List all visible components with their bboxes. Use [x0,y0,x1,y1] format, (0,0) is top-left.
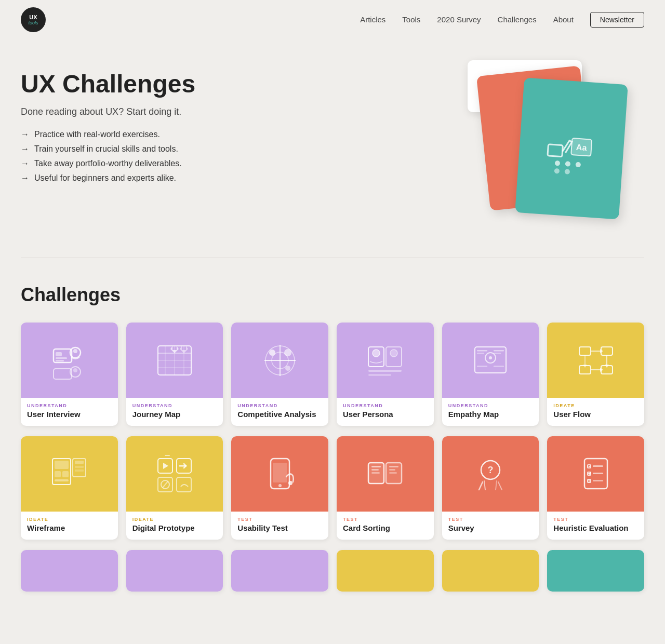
svg-text:?: ? [487,465,493,475]
card-icon-cardsort [337,436,434,512]
card-icon-survey: ? [442,436,539,512]
card-icon-flow [547,323,644,398]
challenge-card-partial[interactable] [547,550,644,592]
card-illustration [126,323,223,398]
svg-rect-72 [75,469,84,472]
bullet-4: → Useful for beginners and experts alike… [21,173,195,183]
bullet-text-2: Train yourself in crucial skills and too… [34,144,178,154]
challenge-grid-row3 [21,550,644,592]
svg-rect-70 [75,461,84,464]
challenge-card-partial[interactable] [21,550,118,592]
svg-point-17 [73,349,77,353]
card-icon-wireframe [21,436,118,512]
card-category: TEST [343,517,428,522]
svg-rect-90 [389,472,397,474]
svg-rect-84 [371,466,381,467]
nav-survey[interactable]: 2020 Survey [437,15,481,24]
card-illustration [337,323,434,398]
card-title: Digital Prototype [132,524,217,532]
bullet-2: → Train yourself in crucial skills and t… [21,144,195,154]
card-title: Competitive Analysis [237,410,322,419]
svg-marker-74 [163,463,168,469]
svg-rect-65 [55,461,69,469]
challenge-card-user-interview[interactable]: UNDERSTAND User Interview [21,323,118,426]
card-title: Empathy Map [448,410,533,419]
challenge-card-user-flow[interactable]: IDEATE User Flow [547,323,644,426]
challenge-card-empathy-map[interactable]: UNDERSTAND Empathy Map [442,323,539,426]
card-category: UNDERSTAND [343,403,428,408]
card-title: Survey [448,524,533,532]
card-title: User Flow [553,410,638,419]
challenge-card-heuristic-evaluation[interactable]: TEST Heuristic Evaluation [547,436,644,540]
challenge-card-usability-test[interactable]: TEST Usability Test [231,436,328,540]
nav-challenges[interactable]: Challenges [498,15,537,24]
svg-point-8 [565,161,571,167]
svg-point-38 [373,350,380,357]
card-category: UNDERSTAND [132,403,217,408]
card-title: Card Sorting [343,524,428,532]
card-illustration [337,436,434,512]
svg-rect-95 [593,465,603,467]
challenge-card-competitive-analysis[interactable]: UNDERSTAND Competitive Analysis [231,323,328,426]
card-icon-empathy [442,323,539,398]
challenge-card-card-sorting[interactable]: TEST Card Sorting [337,436,434,540]
svg-rect-85 [371,469,379,471]
card-illustration [231,323,328,398]
card-partial-top [442,550,539,592]
challenge-card-partial[interactable] [126,550,223,592]
svg-point-35 [285,366,290,371]
svg-point-81 [278,484,282,487]
challenge-card-journey-map[interactable]: UNDERSTAND Journey Map [126,323,223,426]
card-info: IDEATE User Flow [547,398,644,426]
card-info: IDEATE Digital Prototype [126,512,223,540]
challenge-card-partial[interactable] [337,550,434,592]
nav-about[interactable]: About [553,15,574,24]
svg-rect-46 [477,350,487,352]
card-icon-journey [126,323,223,398]
svg-rect-15 [56,360,64,361]
challenge-card-partial[interactable] [442,550,539,592]
challenge-card-survey[interactable]: ? TEST Survey [442,436,539,540]
card-info: TEST Survey [442,512,539,540]
challenge-card-wireframe[interactable]: IDEATE Wireframe [21,436,118,540]
card-title: Journey Map [132,410,217,419]
hero-section: UX Challenges Done reading about UX? Sta… [0,39,665,258]
arrow-icon-2: → [21,144,29,154]
nav-links: Articles Tools 2020 Survey Challenges Ab… [360,12,644,28]
challenge-card-partial[interactable] [231,550,328,592]
svg-rect-51 [494,366,504,367]
hero-bullets: → Practice with real-world exercises. → … [21,130,195,183]
card-title: User Interview [27,410,112,419]
card-illustration [21,436,118,512]
svg-rect-14 [56,357,67,359]
card-category: TEST [553,517,638,522]
bullet-1: → Practice with real-world exercises. [21,130,195,139]
card-category: IDEATE [553,403,638,408]
card-partial-top [21,550,118,592]
nav-tools[interactable]: Tools [402,15,420,24]
challenge-grid-row1: UNDERSTAND User Interview UNDERSTAND Jou… [21,323,644,426]
card-info: TEST Usability Test [231,512,328,540]
hero-subtitle: Done reading about UX? Start doing it. [21,106,195,117]
svg-rect-50 [477,366,487,367]
card-info: IDEATE Wireframe [21,512,118,540]
card-illustration [547,323,644,398]
newsletter-button[interactable]: Newsletter [590,12,644,28]
logo[interactable]: UX tools [21,7,46,32]
card-title: Heuristic Evaluation [553,524,638,532]
hero-card-front: Aa [515,77,628,219]
svg-point-82 [288,481,292,485]
svg-rect-49 [494,353,501,354]
challenge-card-user-persona[interactable]: UNDERSTAND User Persona [337,323,434,426]
svg-point-11 [565,169,570,175]
challenge-card-digital-prototype[interactable]: IDEATE Digital Prototype [126,436,223,540]
bullet-text-4: Useful for beginners and experts alike. [34,173,176,183]
svg-rect-18 [54,369,72,379]
svg-rect-52 [579,347,591,355]
card-illustration [547,436,644,512]
card-info: TEST Heuristic Evaluation [547,512,644,540]
svg-point-9 [576,162,581,168]
nav-articles[interactable]: Articles [360,15,385,24]
card-illustration [442,323,539,398]
svg-rect-97 [593,473,603,474]
